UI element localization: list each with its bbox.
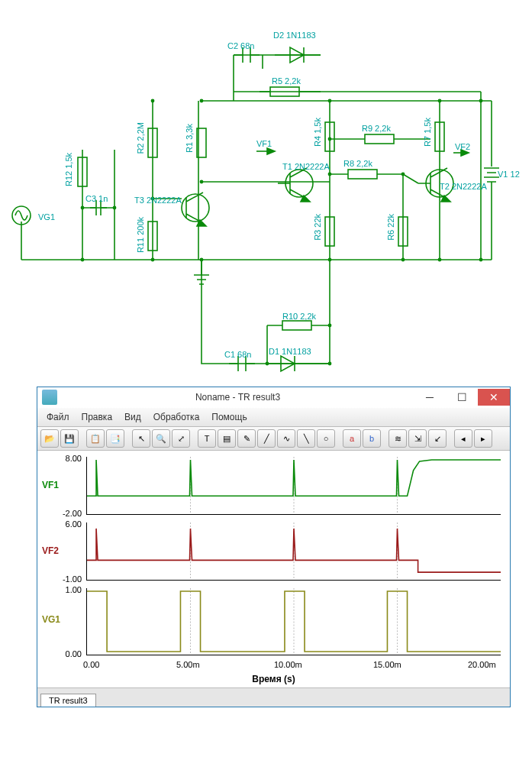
- svg-point-28: [151, 258, 155, 262]
- svg-point-33: [328, 137, 332, 141]
- x-axis-title: Время (s): [252, 674, 295, 684]
- vf2-ymin: -1.00: [42, 574, 82, 584]
- svg-marker-12: [267, 148, 275, 154]
- tab-tr-result3[interactable]: TR result3: [40, 694, 96, 707]
- vg1-ymin: 0.00: [42, 649, 82, 658]
- vf2-name: VF2: [42, 545, 59, 556]
- svg-point-35: [328, 258, 332, 262]
- ruler-icon[interactable]: ↙: [428, 429, 447, 448]
- menu-file[interactable]: Файл: [42, 412, 74, 422]
- text-tool-icon[interactable]: T: [198, 429, 216, 448]
- xtick-1: 5.00m: [176, 660, 200, 669]
- vf1-name: VF1: [42, 480, 59, 490]
- svg-rect-15: [365, 134, 394, 144]
- pointer-icon[interactable]: ↖: [132, 429, 150, 448]
- window-title: Noname - TR result3: [62, 392, 414, 403]
- next-icon[interactable]: ▸: [474, 429, 492, 448]
- svg-point-26: [151, 197, 155, 201]
- copy-plus-icon[interactable]: 📑: [106, 429, 124, 448]
- svg-point-25: [113, 206, 117, 210]
- plot-vf2[interactable]: 6.00 VF2 -1.00: [40, 519, 507, 584]
- svg-point-41: [479, 258, 483, 262]
- svg-point-27: [151, 99, 155, 103]
- svg-point-40: [479, 99, 483, 103]
- svg-point-44: [328, 362, 332, 366]
- cursor-a-icon[interactable]: a: [343, 429, 361, 448]
- svg-point-30: [200, 99, 204, 103]
- legend-icon[interactable]: ▤: [218, 429, 236, 448]
- svg-point-39: [438, 258, 442, 262]
- line2-tool-icon[interactable]: ╲: [297, 429, 315, 448]
- vf1-ymax: 8.00: [42, 454, 82, 463]
- schematic-canvas: VG1 R12 1,5k C3 1n R2 2,2M R11 200k T3 2…: [0, 0, 532, 387]
- svg-point-29: [200, 180, 204, 184]
- svg-point-43: [328, 324, 332, 328]
- app-icon: [42, 390, 57, 405]
- ellipse-tool-icon[interactable]: ○: [317, 429, 335, 448]
- merge-icon[interactable]: ≋: [389, 429, 407, 448]
- menu-help[interactable]: Помощь: [207, 412, 251, 422]
- xtick-3: 15.00m: [373, 660, 401, 669]
- svg-point-31: [200, 258, 204, 262]
- svg-rect-14: [348, 170, 377, 179]
- line-tool-icon[interactable]: ╱: [257, 429, 276, 448]
- menubar: Файл Правка Вид Обработка Помощь: [37, 407, 510, 427]
- svg-marker-20: [461, 150, 469, 156]
- x-axis: 0.00 5.00m 10.00m 15.00m 20.00m Время (s…: [40, 660, 507, 687]
- zoom-fit-icon[interactable]: ⤢: [172, 429, 190, 448]
- cursor-tool-icon[interactable]: ✎: [237, 429, 256, 448]
- xtick-2: 10.00m: [274, 660, 302, 669]
- svg-point-34: [328, 173, 332, 176]
- split-icon[interactable]: ⇲: [408, 429, 427, 448]
- close-button[interactable]: ✕: [478, 389, 510, 406]
- vf2-ymax: 6.00: [42, 519, 82, 529]
- tabstrip: TR result3: [37, 687, 510, 707]
- svg-point-24: [81, 258, 85, 262]
- save-icon[interactable]: 💾: [60, 429, 79, 448]
- minimize-button[interactable]: ─: [414, 389, 446, 406]
- svg-point-32: [328, 99, 332, 103]
- zoom-icon[interactable]: 🔍: [152, 429, 170, 448]
- svg-point-36: [401, 173, 405, 176]
- svg-point-37: [401, 258, 405, 262]
- menu-process[interactable]: Обработка: [149, 412, 205, 422]
- svg-point-42: [266, 362, 269, 366]
- prev-icon[interactable]: ◂: [454, 429, 472, 448]
- toolbar: 📂 💾 📋 📑 ↖ 🔍 ⤢ T ▤ ✎ ╱ ∿ ╲ ○ a b ≋ ⇲ ↙ ◂ …: [37, 427, 510, 451]
- plot-area[interactable]: 8.00 VF1 -2.00 6.00 VF2 -1.00 1.00 VG1 0…: [37, 451, 510, 687]
- xtick-0: 0.00: [83, 660, 99, 669]
- plot-vg1[interactable]: 1.00 VG1 0.00: [40, 585, 507, 658]
- svg-point-23: [81, 206, 85, 210]
- plot-vf1[interactable]: 8.00 VF1 -2.00: [40, 454, 507, 518]
- wave-tool-icon[interactable]: ∿: [277, 429, 295, 448]
- menu-view[interactable]: Вид: [120, 412, 146, 422]
- open-icon[interactable]: 📂: [40, 429, 59, 448]
- menu-edit[interactable]: Правка: [77, 412, 118, 422]
- vf1-ymin: -2.00: [42, 509, 82, 518]
- vg1-ymax: 1.00: [42, 585, 82, 594]
- svg-rect-22: [282, 321, 311, 330]
- titlebar[interactable]: Noname - TR result3 ─ ☐ ✕: [37, 387, 510, 407]
- result-window: Noname - TR result3 ─ ☐ ✕ Файл Правка Ви…: [37, 387, 511, 707]
- maximize-button[interactable]: ☐: [446, 389, 478, 406]
- svg-point-38: [438, 99, 442, 103]
- vg1-name: VG1: [42, 614, 60, 625]
- cursor-b-icon[interactable]: b: [363, 429, 381, 448]
- copy-icon[interactable]: 📋: [86, 429, 105, 448]
- xtick-4: 20.00m: [468, 660, 496, 669]
